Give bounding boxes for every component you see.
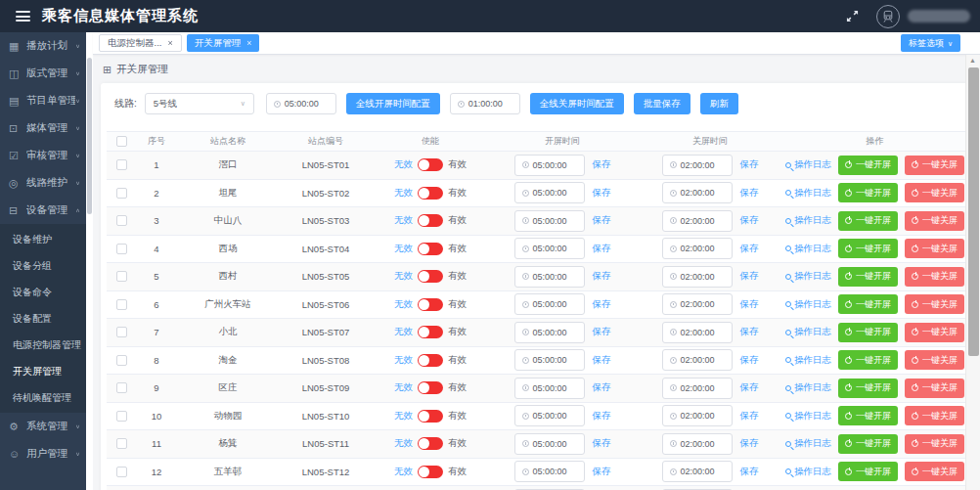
enable-toggle[interactable] [418, 187, 443, 200]
operation-log-link[interactable]: 操作日志 [785, 381, 831, 394]
one-key-open-button[interactable]: 一键开屏 [838, 267, 898, 287]
enable-toggle[interactable] [418, 298, 443, 311]
operation-log-link[interactable]: 操作日志 [785, 437, 831, 450]
refresh-button[interactable]: 刷新 [700, 93, 738, 114]
close-time-save-link[interactable]: 保存 [740, 466, 759, 478]
one-key-open-button[interactable]: 一键开屏 [838, 294, 898, 314]
close-time-save-link[interactable]: 保存 [740, 243, 759, 255]
sidebar-subitem-device-group[interactable]: 设备分组 [0, 252, 86, 279]
one-key-close-button[interactable]: 一键关屏 [905, 294, 964, 314]
scroll-up-arrow-icon[interactable]: ▲ [969, 57, 976, 64]
row-checkbox[interactable] [116, 355, 127, 366]
one-key-open-button[interactable]: 一键开屏 [838, 434, 898, 454]
hamburger-menu-icon[interactable] [16, 11, 30, 22]
one-key-close-button[interactable]: 一键关屏 [905, 350, 964, 370]
one-key-open-button[interactable]: 一键开屏 [838, 350, 898, 370]
open-time-save-link[interactable]: 保存 [593, 410, 611, 423]
sidebar-item-media-mgmt[interactable]: ⊡媒体管理∨ [0, 114, 86, 142]
close-time-input[interactable]: 02:00:00 [662, 293, 733, 315]
operation-log-link[interactable]: 操作日志 [785, 243, 831, 255]
open-time-input[interactable]: 05:00:00 [514, 322, 585, 343]
batch-save-button[interactable]: 批量保存 [634, 93, 690, 114]
close-time-save-link[interactable]: 保存 [740, 437, 759, 450]
open-time-save-link[interactable]: 保存 [593, 466, 611, 478]
enable-toggle[interactable] [418, 326, 443, 338]
close-time-input[interactable]: 02:00:00 [662, 182, 733, 203]
content-scrollbar[interactable]: ▲ [965, 55, 980, 490]
sidebar-subitem-standby-wake-mgmt[interactable]: 待机唤醒管理 [0, 384, 86, 411]
sidebar-item-layout-mgmt[interactable]: ◫版式管理∨ [0, 60, 86, 87]
close-time-input[interactable]: 02:00:00 [662, 238, 733, 259]
close-time-save-link[interactable]: 保存 [740, 354, 759, 367]
tab-power-controller[interactable]: 电源控制器... × [99, 34, 182, 52]
operation-log-link[interactable]: 操作日志 [785, 466, 831, 478]
open-time-save-link[interactable]: 保存 [593, 270, 611, 283]
close-time-input[interactable]: 02:00:00 [662, 461, 733, 482]
open-time-save-link[interactable]: 保存 [593, 214, 611, 227]
row-checkbox[interactable] [116, 327, 127, 337]
open-time-input[interactable]: 05:00:00 [514, 405, 585, 426]
one-key-close-button[interactable]: 一键关屏 [905, 183, 964, 202]
open-time-input[interactable]: 05:00:00 [514, 238, 585, 259]
row-checkbox[interactable] [116, 215, 127, 226]
close-time-save-link[interactable]: 保存 [740, 410, 759, 423]
enable-toggle[interactable] [418, 466, 443, 478]
all-line-open-config-button[interactable]: 全线开屏时间配置 [346, 93, 440, 114]
open-time-save-link[interactable]: 保存 [593, 298, 611, 311]
open-time-input[interactable]: 05:00:00 [514, 182, 585, 203]
operation-log-link[interactable]: 操作日志 [785, 214, 831, 227]
all-open-time-input[interactable]: 05:00:00 [266, 93, 336, 114]
close-time-save-link[interactable]: 保存 [740, 381, 759, 394]
open-time-input[interactable]: 05:00:00 [514, 210, 585, 232]
close-icon[interactable]: × [167, 39, 172, 48]
operation-log-link[interactable]: 操作日志 [785, 158, 831, 171]
all-close-time-input[interactable]: 01:00:00 [450, 93, 520, 114]
operation-log-link[interactable]: 操作日志 [785, 410, 831, 423]
sidebar-subitem-power-controller-mgmt[interactable]: 电源控制器管理 [0, 332, 86, 358]
open-time-save-link[interactable]: 保存 [593, 381, 611, 394]
close-time-input[interactable]: 02:00:00 [662, 155, 733, 176]
open-time-input[interactable]: 05:00:00 [514, 461, 585, 482]
sidebar-item-line-maintain[interactable]: ◎线路维护∨ [0, 169, 86, 197]
sidebar-item-play-plan[interactable]: ▦播放计划∨ [0, 32, 86, 60]
operation-log-link[interactable]: 操作日志 [785, 187, 831, 200]
enable-toggle[interactable] [418, 410, 443, 423]
sidebar-item-system-mgmt[interactable]: ⚙系统管理∨ [0, 413, 86, 440]
operation-log-link[interactable]: 操作日志 [785, 270, 831, 283]
close-time-input[interactable]: 02:00:00 [662, 210, 733, 232]
close-icon[interactable]: × [246, 39, 251, 48]
one-key-open-button[interactable]: 一键开屏 [838, 183, 898, 202]
sidebar-item-user-mgmt[interactable]: ☺用户管理∨ [0, 440, 86, 468]
all-line-close-config-button[interactable]: 全线关屏时间配置 [530, 93, 624, 114]
one-key-close-button[interactable]: 一键关屏 [905, 267, 964, 287]
row-checkbox[interactable] [116, 438, 127, 449]
open-time-input[interactable]: 05:00:00 [514, 433, 585, 455]
close-time-save-link[interactable]: 保存 [740, 214, 759, 227]
close-time-save-link[interactable]: 保存 [740, 270, 759, 283]
one-key-open-button[interactable]: 一键开屏 [838, 462, 898, 481]
row-checkbox[interactable] [116, 382, 127, 393]
open-time-input[interactable]: 05:00:00 [514, 378, 585, 399]
enable-toggle[interactable] [418, 437, 443, 450]
enable-toggle[interactable] [418, 158, 443, 171]
sidebar-scrollbar-thumb[interactable] [87, 58, 92, 214]
sidebar-scrollbar[interactable] [86, 32, 93, 490]
sidebar-subitem-device-command[interactable]: 设备命令 [0, 279, 86, 305]
enable-toggle[interactable] [418, 243, 443, 255]
open-time-input[interactable]: 05:00:00 [514, 293, 585, 315]
one-key-close-button[interactable]: 一键关屏 [905, 462, 964, 481]
one-key-close-button[interactable]: 一键关屏 [905, 434, 964, 454]
close-time-save-link[interactable]: 保存 [740, 158, 759, 171]
one-key-close-button[interactable]: 一键关屏 [905, 211, 964, 231]
sidebar-subitem-device-maintain[interactable]: 设备维护 [0, 226, 86, 252]
open-time-save-link[interactable]: 保存 [593, 243, 611, 255]
close-time-input[interactable]: 02:00:00 [662, 378, 733, 399]
enable-toggle[interactable] [418, 270, 443, 283]
tab-switch-screen[interactable]: 开关屏管理 × [187, 34, 260, 52]
tag-options-button[interactable]: 标签选项∨ [901, 34, 960, 52]
one-key-open-button[interactable]: 一键开屏 [838, 156, 898, 175]
row-checkbox[interactable] [116, 271, 127, 282]
enable-toggle[interactable] [418, 214, 443, 227]
open-time-save-link[interactable]: 保存 [593, 437, 611, 450]
one-key-open-button[interactable]: 一键开屏 [838, 379, 898, 398]
